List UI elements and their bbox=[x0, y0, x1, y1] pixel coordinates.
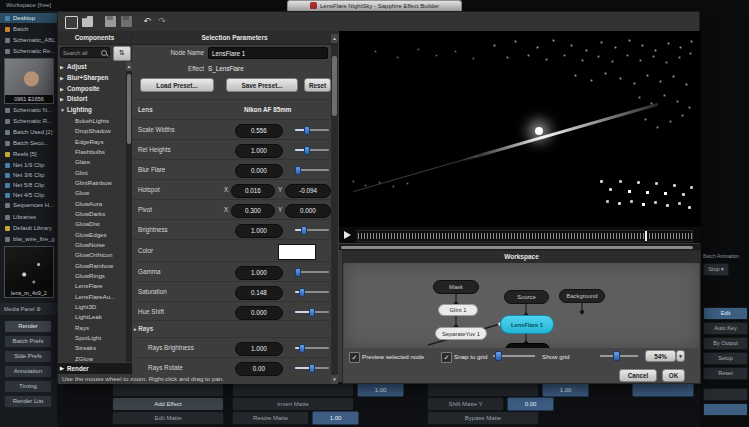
parameters-scrollbar[interactable]: ▲ ▼ bbox=[331, 45, 338, 384]
hue-shift-value[interactable]: 0.000 bbox=[235, 306, 283, 320]
annotation-button[interactable]: Annotation bbox=[4, 365, 52, 378]
component-item[interactable]: GlowEdges bbox=[58, 230, 126, 240]
resize-matte-button[interactable]: Resize Matte bbox=[232, 411, 309, 425]
component-item[interactable]: GlowRainbow bbox=[58, 261, 126, 271]
component-item[interactable]: Rays bbox=[58, 323, 126, 333]
scrollbar-thumb[interactable] bbox=[127, 74, 131, 144]
component-item[interactable]: GlowAura bbox=[58, 199, 126, 209]
rel-heights-value[interactable]: 1.000 bbox=[235, 144, 283, 158]
component-item[interactable]: GlowOrthicon bbox=[58, 250, 126, 260]
edit-button[interactable]: Edit bbox=[703, 307, 748, 320]
brightness-value[interactable]: 1.000 bbox=[235, 224, 283, 238]
lens-value[interactable]: Nikon AF 85mm bbox=[244, 103, 291, 116]
snap-dropdown[interactable]: Stop ▾ bbox=[703, 263, 729, 276]
side-prefs-button[interactable]: Side Prefs bbox=[4, 350, 52, 363]
category-composite[interactable]: ▶Composite bbox=[58, 84, 126, 95]
category-blur-sharpen[interactable]: ▶Blur+Sharpen bbox=[58, 73, 126, 84]
render-button[interactable]: Render bbox=[4, 320, 52, 333]
component-item[interactable]: LightLeak bbox=[58, 312, 126, 322]
scrollbar-thumb[interactable] bbox=[341, 246, 693, 249]
scrollbar-thumb[interactable] bbox=[332, 56, 337, 116]
category-lighting[interactable]: ▼Lighting bbox=[58, 105, 126, 116]
setup-button[interactable]: Setup bbox=[703, 352, 748, 365]
hue-shift-slider[interactable] bbox=[295, 307, 329, 317]
blur-flare-value[interactable]: 0.000 bbox=[235, 164, 283, 178]
play-icon[interactable] bbox=[344, 231, 351, 239]
dialog-titlebar[interactable]: LensFlare NightSky - Sapphire Effect Bui… bbox=[287, 0, 462, 11]
component-item[interactable]: GlowRings bbox=[58, 271, 126, 281]
category-render[interactable]: ▶Render bbox=[58, 363, 135, 374]
toolbar-button[interactable] bbox=[427, 383, 539, 397]
new-document-icon[interactable] bbox=[65, 16, 78, 29]
add-effect-button[interactable]: Add Effect bbox=[112, 397, 224, 411]
toolbar-value[interactable] bbox=[632, 383, 694, 397]
rays-rotate-slider[interactable] bbox=[295, 363, 329, 373]
node-glint[interactable]: Glint 1 bbox=[438, 304, 478, 316]
save-as-icon[interactable] bbox=[121, 16, 132, 27]
node-lensflare-selected[interactable]: LensFlare 1 bbox=[500, 315, 554, 334]
category-distort[interactable]: ▶Distort bbox=[58, 94, 126, 105]
reset-right-button[interactable]: Reset bbox=[703, 367, 748, 380]
reset-button[interactable]: Reset bbox=[304, 78, 331, 92]
node-background[interactable]: Background bbox=[559, 289, 605, 303]
timeline-scrubber[interactable] bbox=[357, 230, 693, 242]
node-mask[interactable]: Mask bbox=[433, 280, 479, 294]
component-item[interactable]: SpotLight bbox=[58, 333, 126, 343]
component-item[interactable]: LensFlare bbox=[58, 281, 126, 291]
hotspot-x-value[interactable]: 0.016 bbox=[231, 184, 275, 198]
hotspot-y-value[interactable]: -0.094 bbox=[285, 184, 331, 198]
component-item[interactable]: Flashbulbs bbox=[58, 147, 126, 157]
pivot-x-value[interactable]: 0.300 bbox=[231, 204, 275, 218]
zoom-level-dropdown[interactable]: 54% bbox=[645, 350, 676, 362]
undo-icon[interactable]: ↶ bbox=[141, 16, 153, 27]
toolbar-button[interactable] bbox=[112, 383, 224, 397]
component-item[interactable]: Streaks bbox=[58, 343, 126, 353]
preview-selected-checkbox[interactable]: ✓ bbox=[349, 352, 360, 363]
component-item[interactable]: EdgeRays bbox=[58, 137, 126, 147]
render-list-button[interactable]: Render List bbox=[4, 395, 52, 408]
playhead[interactable] bbox=[645, 231, 647, 241]
shift-matte-button[interactable]: Shift Matte Y bbox=[427, 397, 504, 411]
clip-thumbnail-night[interactable]: lens_m_4x9_2 bbox=[4, 246, 54, 298]
scale-widths-value[interactable]: 0.556 bbox=[235, 124, 283, 138]
redo-icon[interactable]: ↷ bbox=[156, 16, 168, 27]
load-preset-button[interactable]: Load Preset... bbox=[140, 78, 214, 92]
toolbar-value[interactable]: 1.00 bbox=[357, 383, 404, 397]
ok-button[interactable]: OK bbox=[662, 369, 685, 382]
open-folder-icon[interactable] bbox=[82, 16, 93, 27]
timing-button[interactable]: Timing bbox=[4, 380, 52, 393]
toolbar-value[interactable] bbox=[703, 403, 748, 416]
rel-heights-slider[interactable] bbox=[295, 145, 329, 155]
rays-brightness-slider[interactable] bbox=[295, 343, 329, 353]
component-item[interactable]: Glow bbox=[58, 188, 126, 198]
toolbar-value[interactable]: 1.00 bbox=[542, 383, 589, 397]
shift-matte-value[interactable]: 0.00 bbox=[507, 397, 554, 411]
toolbar-button[interactable] bbox=[232, 383, 354, 397]
blur-flare-slider[interactable] bbox=[295, 165, 329, 175]
node-source[interactable]: Source bbox=[504, 290, 549, 304]
clip-thumbnail-portrait[interactable]: 0961 E1656 bbox=[4, 58, 54, 104]
component-item[interactable]: DropShadow bbox=[58, 126, 126, 136]
brightness-slider[interactable] bbox=[295, 225, 329, 235]
by-output-button[interactable]: By Output bbox=[703, 337, 748, 350]
resize-matte-value[interactable]: 1.00 bbox=[312, 411, 359, 425]
component-item[interactable]: Glare bbox=[58, 157, 126, 167]
cancel-button[interactable]: Cancel bbox=[619, 369, 657, 382]
scroll-up-icon[interactable]: ▲ bbox=[331, 34, 338, 43]
component-item[interactable]: GlowNoise bbox=[58, 240, 126, 250]
bypass-matte-button[interactable]: Bypass Matte bbox=[427, 411, 539, 425]
param-section-rays[interactable]: ▸ Rays bbox=[132, 320, 331, 338]
component-item[interactable]: BokehLights bbox=[58, 116, 126, 126]
pivot-y-value[interactable]: 0.000 bbox=[285, 204, 331, 218]
component-item[interactable]: GlintRainbow bbox=[58, 178, 126, 188]
toolbar-button[interactable] bbox=[703, 388, 748, 401]
node-graph[interactable]: Mask Glint 1 SeparateYuv 1 Source LensFl… bbox=[344, 263, 699, 348]
media-panel-bar[interactable]: Media Panel ⚙ bbox=[0, 303, 57, 315]
save-icon[interactable] bbox=[105, 16, 116, 27]
node-separate[interactable]: SeparateYuv 1 bbox=[435, 327, 487, 340]
scroll-down-icon[interactable]: ▼ bbox=[331, 375, 338, 384]
component-item[interactable]: GlowDarks bbox=[58, 209, 126, 219]
component-item[interactable]: GlowDist bbox=[58, 219, 126, 229]
component-item[interactable]: LensFlareAu... bbox=[58, 292, 126, 302]
snap-to-grid-checkbox[interactable]: ✓ bbox=[441, 352, 452, 363]
